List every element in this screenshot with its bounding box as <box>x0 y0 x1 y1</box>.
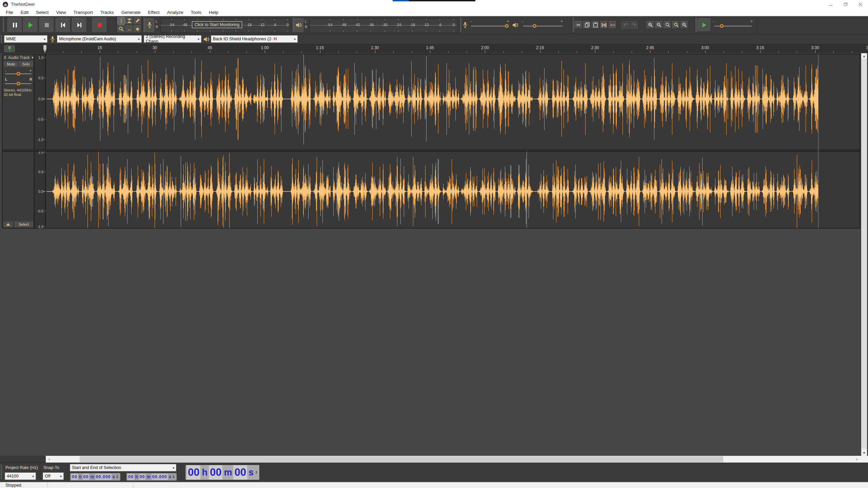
spinner-arrows[interactable]: ▲▼ <box>173 475 175 479</box>
playback-meter-scale[interactable]: -54-48-42-36-30-24-18-12-60 <box>310 18 457 33</box>
time-digits[interactable]: 00.000 <box>95 474 112 480</box>
track-title[interactable]: Audio Track <box>8 55 29 60</box>
selection-end-field[interactable]: 00h00m00.000s▲▼ <box>126 473 177 481</box>
recording-volume-slider[interactable] <box>471 26 509 26</box>
vertical-ruler-right-channel[interactable]: 1.00.50.0-0.5-1.0 <box>34 151 46 228</box>
scroll-right-arrow[interactable]: › <box>853 456 860 463</box>
toolbar-gripper[interactable] <box>695 18 697 33</box>
time-digits[interactable]: 00 <box>127 474 134 480</box>
track-canvas-area[interactable]: X Audio Track ▼ Mute Solo - + L R Stereo… <box>0 53 868 456</box>
snap-to-dropdown[interactable]: Off▾ <box>43 472 64 480</box>
spinner-arrows[interactable]: ▲▼ <box>116 475 118 479</box>
fit-project-button[interactable] <box>672 21 680 29</box>
selection-tool-button[interactable]: I <box>117 17 125 25</box>
multi-tool-button[interactable]: ✱ <box>134 25 141 33</box>
track-close-button[interactable]: X <box>4 55 6 60</box>
draw-tool-button[interactable] <box>134 17 141 25</box>
toolbar-gripper[interactable] <box>1 465 2 480</box>
solo-button[interactable]: Solo <box>19 61 33 67</box>
scroll-up-arrow[interactable]: ▲ <box>861 53 867 59</box>
minimize-button[interactable] <box>823 0 838 9</box>
waveform-right-channel[interactable] <box>46 151 860 228</box>
stop-button[interactable] <box>39 18 54 33</box>
close-button[interactable] <box>853 0 868 9</box>
record-meter-mic-button[interactable] <box>145 18 154 32</box>
waveform-left-channel[interactable] <box>46 54 860 150</box>
skip-to-end-button[interactable] <box>72 18 87 33</box>
menu-file[interactable]: File <box>2 10 17 15</box>
selection-start-field[interactable]: 00h00m00.000s▲▼ <box>70 473 121 481</box>
menu-view[interactable]: View <box>53 10 70 15</box>
paste-button[interactable] <box>592 21 599 29</box>
restore-button[interactable] <box>838 0 853 9</box>
pinned-playhead-button[interactable] <box>4 45 15 52</box>
recording-volume-thumb[interactable] <box>505 24 509 28</box>
undo-button[interactable]: ↶ <box>622 21 629 29</box>
redo-button[interactable]: ↷ <box>630 21 638 29</box>
copy-button[interactable] <box>583 21 591 29</box>
time-digits[interactable]: 00 <box>233 465 247 480</box>
menu-transport[interactable]: Transport <box>70 10 97 15</box>
pause-button[interactable] <box>7 18 22 33</box>
vertical-scrollbar-thumb[interactable] <box>862 59 867 449</box>
playback-meter-speaker-button[interactable] <box>294 18 303 32</box>
horizontal-scrollbar[interactable]: ‹ › <box>46 456 860 463</box>
time-digits[interactable]: 00 <box>83 474 90 480</box>
collapse-track-button[interactable] <box>4 222 13 227</box>
skip-to-start-button[interactable] <box>56 18 71 33</box>
gain-slider-thumb[interactable] <box>17 72 20 76</box>
toolbar-gripper[interactable] <box>460 18 461 33</box>
zoom-in-button[interactable] <box>647 21 654 29</box>
menu-generate[interactable]: Generate <box>118 10 144 15</box>
track-select-button[interactable]: Select <box>15 222 33 227</box>
mute-button[interactable]: Mute <box>4 61 18 67</box>
pan-slider-thumb[interactable] <box>17 82 20 85</box>
playback-volume-thumb[interactable] <box>533 24 536 28</box>
toolbar-gripper[interactable] <box>3 18 4 33</box>
silence-audio-button[interactable] <box>609 21 616 29</box>
vertical-scrollbar[interactable]: ▲ ▼ <box>861 53 867 456</box>
time-digits[interactable]: 00 <box>71 474 78 480</box>
play-button[interactable] <box>23 18 38 33</box>
time-digits[interactable]: 00 <box>209 465 222 480</box>
spinner-arrows[interactable]: ▲▼ <box>255 471 257 474</box>
trim-audio-button[interactable] <box>600 21 608 29</box>
menu-help[interactable]: Help <box>205 10 222 15</box>
toolbar-gripper[interactable] <box>573 18 574 33</box>
envelope-tool-button[interactable] <box>125 17 133 25</box>
track-menu-chevron-icon[interactable]: ▼ <box>31 56 34 59</box>
playback-volume-slider[interactable] <box>523 26 563 26</box>
audio-track[interactable]: X Audio Track ▼ Mute Solo - + L R Stereo… <box>2 54 860 228</box>
audio-position-display[interactable]: 00h00m00s▲▼ <box>185 465 260 480</box>
menu-tools[interactable]: Tools <box>187 10 205 15</box>
recording-channels-dropdown[interactable]: 2 (Stereo) Recording Chann▾ <box>144 35 201 43</box>
menu-tracks[interactable]: Tracks <box>97 10 118 15</box>
zoom-tool-button[interactable] <box>117 25 125 33</box>
play-speed-thumb[interactable] <box>720 24 724 28</box>
menu-edit[interactable]: Edit <box>17 10 32 15</box>
monitoring-tooltip[interactable]: Click to Start Monitoring <box>192 21 242 28</box>
time-digits[interactable]: 00.000 <box>152 474 168 480</box>
selection-mode-dropdown[interactable]: Start and End of Selection▾ <box>70 464 176 471</box>
record-button[interactable] <box>92 18 107 33</box>
toolbar-gripper[interactable] <box>1 35 2 43</box>
time-digits[interactable]: 00 <box>187 465 200 480</box>
project-rate-dropdown[interactable]: 44100▾ <box>5 472 36 480</box>
play-at-speed-button[interactable] <box>697 18 711 32</box>
zoom-toggle-button[interactable] <box>680 21 688 29</box>
horizontal-scrollbar-thumb[interactable] <box>80 456 723 462</box>
audio-host-dropdown[interactable]: MME▾ <box>4 35 47 43</box>
menu-select[interactable]: Select <box>32 10 53 15</box>
scroll-left-arrow[interactable]: ‹ <box>46 456 53 463</box>
menu-analyze[interactable]: Analyze <box>163 10 187 15</box>
vertical-ruler-left-channel[interactable]: 1.00.50.0-0.5-1.0 <box>34 54 46 150</box>
menu-effect[interactable]: Effect <box>144 10 163 15</box>
timeline-ruler[interactable]: 01530451:001:151:301:452:002:152:302:453… <box>0 44 868 54</box>
playback-device-dropdown[interactable]: Back IO Shield Headphones (2- H▾ <box>211 35 298 43</box>
time-digits[interactable]: 00 <box>139 474 146 480</box>
cut-button[interactable]: ✂ <box>575 21 583 29</box>
time-shift-tool-button[interactable]: ↔ <box>125 25 133 33</box>
recording-device-dropdown[interactable]: Microphone (DroidCam Audio)▾ <box>57 35 142 43</box>
fit-selection-button[interactable] <box>664 21 671 29</box>
zoom-out-button[interactable] <box>655 21 663 29</box>
